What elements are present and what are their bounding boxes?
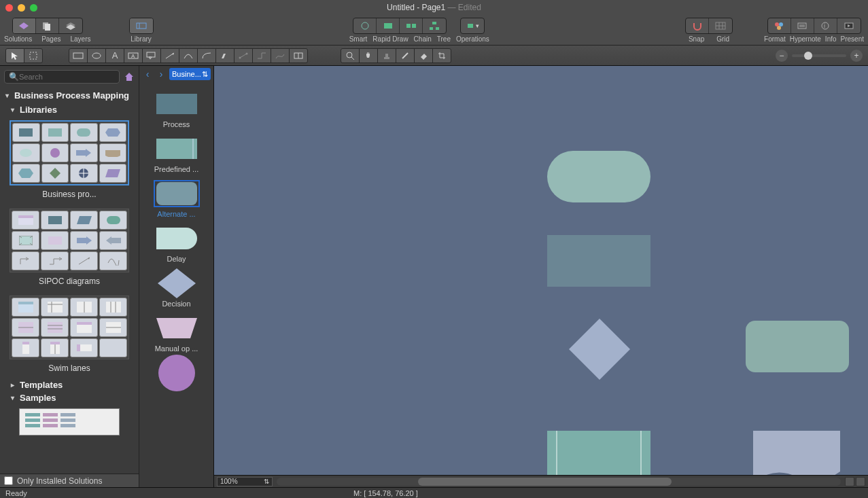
svg-rect-9	[406, 24, 411, 28]
minimize-window-button[interactable]	[18, 4, 25, 12]
nav-back-button[interactable]: ‹	[142, 69, 153, 79]
stamp-tool[interactable]	[377, 48, 396, 63]
solutions-button[interactable]	[13, 18, 36, 33]
info-button[interactable]: i	[814, 18, 837, 33]
pen-tool[interactable]	[215, 48, 235, 63]
spline-tool[interactable]	[271, 48, 290, 63]
pages-label: Pages	[41, 35, 60, 43]
info-label: Info	[825, 35, 837, 43]
svg-point-7	[362, 22, 368, 29]
zoom-out-button[interactable]: −	[776, 50, 788, 62]
rect-tool[interactable]	[69, 48, 88, 63]
svg-rect-92	[77, 322, 92, 325]
operations-label: Operations	[456, 35, 489, 43]
drawing-canvas[interactable]	[214, 66, 868, 475]
canvas-shape-process[interactable]	[547, 235, 650, 287]
zoom-window-button[interactable]	[30, 4, 37, 12]
library-button[interactable]	[130, 18, 153, 33]
canvas-shape-document[interactable]	[753, 431, 840, 475]
sample-thumbnail[interactable]	[19, 408, 120, 435]
svg-rect-2	[45, 24, 50, 31]
present-button[interactable]	[837, 18, 861, 33]
svg-point-46	[347, 52, 352, 58]
snap-button[interactable]	[686, 18, 709, 33]
svg-rect-99	[50, 342, 60, 344]
zoom-slider[interactable]	[792, 54, 846, 57]
library-business-process[interactable]	[10, 120, 129, 185]
templates-section[interactable]: Templates	[0, 378, 139, 391]
svg-text:▾: ▾	[476, 22, 479, 29]
pages-button[interactable]	[36, 18, 59, 33]
insert-tool[interactable]	[289, 48, 308, 63]
canvas-shape-alternate[interactable]	[746, 321, 849, 372]
horizontal-scrollbar[interactable]	[277, 478, 841, 486]
text-select-tool[interactable]	[24, 48, 43, 63]
crop-tool[interactable]	[432, 48, 451, 63]
svg-rect-108	[25, 424, 40, 427]
eraser-tool[interactable]	[414, 48, 433, 63]
svg-marker-52	[125, 73, 133, 81]
canvas-shape-terminator[interactable]	[547, 151, 650, 202]
grid-button[interactable]	[709, 18, 732, 33]
solution-heading[interactable]: Business Process Mapping	[0, 88, 139, 103]
library-swimlanes[interactable]	[10, 296, 129, 359]
textbox-tool[interactable]: A	[124, 48, 143, 63]
svg-rect-67	[18, 215, 33, 218]
arc-tool[interactable]	[197, 48, 216, 63]
title-bar: Untitled - Page1 — Edited	[0, 0, 868, 15]
samples-section[interactable]: Samples	[0, 391, 139, 404]
shape-library-selector[interactable]: Busine...⇅	[169, 68, 211, 80]
only-installed-checkbox[interactable]: Only Installed Solutions	[0, 474, 139, 487]
rapid-draw-button[interactable]	[377, 18, 400, 33]
view-toggle-1[interactable]	[845, 477, 854, 486]
smart-button[interactable]	[353, 18, 377, 33]
home-icon[interactable]	[124, 71, 135, 82]
eyedropper-tool[interactable]	[396, 48, 415, 63]
zoom-tool[interactable]	[341, 48, 360, 63]
svg-marker-0	[19, 22, 29, 29]
svg-line-50	[402, 53, 408, 58]
shape-manual-op[interactable]: Manual op ...	[139, 312, 213, 357]
zoom-select[interactable]: 100%⇅	[217, 477, 273, 486]
svg-rect-36	[147, 52, 155, 57]
solutions-sidebar: 🔍 Business Process Mapping Libraries	[0, 66, 139, 487]
search-field[interactable]: 🔍	[4, 70, 120, 84]
line-tool[interactable]	[160, 48, 179, 63]
shape-delay[interactable]: Delay	[139, 222, 213, 267]
pointer-tool[interactable]	[5, 48, 24, 63]
svg-line-43	[240, 54, 247, 58]
shape-alternate[interactable]: Alternate ...	[139, 177, 213, 222]
tree-button[interactable]	[423, 18, 446, 33]
hypernote-button[interactable]	[791, 18, 814, 33]
libraries-section[interactable]: Libraries	[0, 103, 139, 116]
shape-predefined[interactable]: Predefined ...	[139, 132, 213, 177]
smart-connector-tool[interactable]	[252, 48, 271, 63]
ellipse-tool[interactable]	[87, 48, 106, 63]
chain-button[interactable]	[400, 18, 423, 33]
document-title: Untitled - Page1	[387, 3, 445, 12]
nav-forward-button[interactable]: ›	[156, 69, 167, 79]
library-sipoc[interactable]	[10, 209, 129, 272]
text-tool[interactable]: A	[105, 48, 124, 63]
svg-rect-23	[798, 23, 806, 29]
format-button[interactable]	[768, 18, 791, 33]
zoom-in-button[interactable]: +	[850, 50, 863, 62]
shape-library-panel: ‹ › Busine...⇅ Process Predefined ... Al…	[139, 66, 214, 487]
shape-decision[interactable]: Decision	[139, 267, 213, 312]
curve-tool[interactable]	[179, 48, 198, 63]
svg-rect-102	[25, 413, 40, 416]
close-window-button[interactable]	[5, 4, 13, 12]
canvas-shape-decision[interactable]	[569, 319, 630, 380]
search-input[interactable]	[19, 73, 115, 81]
svg-point-118	[158, 355, 195, 391]
svg-rect-70	[107, 216, 120, 224]
view-toggle-2[interactable]	[856, 477, 865, 486]
hand-tool[interactable]	[359, 48, 378, 63]
layers-button[interactable]	[59, 18, 82, 33]
connector-tool[interactable]	[234, 48, 253, 63]
canvas-shape-predefined[interactable]	[547, 431, 650, 475]
callout-tool[interactable]	[142, 48, 161, 63]
shape-connector-circle[interactable]	[139, 357, 213, 389]
operations-button[interactable]: ▾	[461, 18, 484, 33]
shape-process[interactable]: Process	[139, 88, 213, 132]
